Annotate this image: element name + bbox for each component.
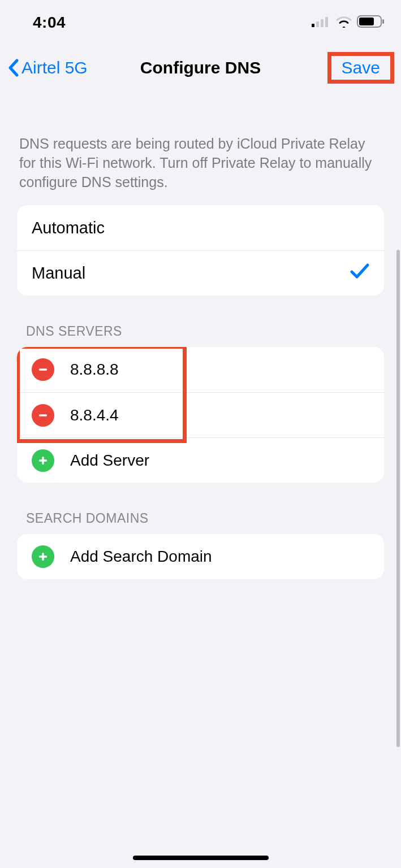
svg-rect-2 (321, 19, 324, 27)
add-server-row[interactable]: Add Server (17, 437, 384, 483)
mode-automatic-row[interactable]: Automatic (17, 205, 384, 250)
mode-automatic-label: Automatic (32, 219, 369, 237)
checkmark-icon (350, 263, 369, 284)
scroll-indicator[interactable] (396, 250, 400, 747)
svg-rect-7 (39, 369, 47, 371)
battery-icon (357, 15, 385, 31)
add-icon (32, 545, 54, 568)
svg-rect-0 (312, 24, 314, 27)
delete-icon[interactable] (32, 404, 54, 427)
dns-server-row[interactable]: 8.8.4.4 (17, 392, 384, 437)
delete-icon[interactable] (32, 358, 54, 381)
save-button[interactable]: Save (336, 56, 386, 79)
status-bar: 4:04 (0, 0, 401, 35)
add-server-label: Add Server (70, 452, 369, 470)
annotation-save-highlight: Save (327, 52, 394, 84)
dns-servers-group: 8.8.8.8 8.8.4.4 Add Server (17, 347, 384, 483)
chevron-left-icon (7, 58, 20, 77)
mode-manual-label: Manual (32, 264, 350, 283)
add-icon (32, 449, 54, 472)
dns-server-value: 8.8.4.4 (70, 406, 369, 424)
svg-rect-8 (39, 414, 47, 416)
search-domains-group: Add Search Domain (17, 534, 384, 579)
dns-servers-header: DNS SERVERS (0, 296, 401, 347)
svg-rect-3 (325, 17, 328, 27)
dns-server-row[interactable]: 8.8.8.8 (17, 347, 384, 392)
add-search-domain-row[interactable]: Add Search Domain (17, 534, 384, 579)
dns-server-value: 8.8.8.8 (70, 361, 369, 379)
status-time: 4:04 (16, 14, 66, 32)
cellular-signal-icon (312, 16, 331, 29)
svg-rect-12 (39, 556, 47, 558)
add-search-domain-label: Add Search Domain (70, 548, 369, 566)
back-button[interactable]: Airtel 5G (7, 58, 88, 77)
status-icons (312, 15, 385, 31)
dns-mode-group: Automatic Manual (17, 205, 384, 296)
home-indicator[interactable] (133, 856, 269, 860)
nav-bar: Airtel 5G Configure DNS Save (0, 35, 401, 94)
svg-rect-5 (359, 18, 374, 25)
wifi-icon (335, 15, 352, 30)
svg-rect-10 (39, 459, 47, 462)
search-domains-header: SEARCH DOMAINS (0, 483, 401, 534)
svg-rect-1 (316, 21, 319, 27)
mode-manual-row[interactable]: Manual (17, 250, 384, 296)
info-text: DNS requests are being routed by iCloud … (0, 94, 401, 205)
back-label: Airtel 5G (21, 58, 88, 77)
svg-rect-6 (382, 19, 384, 24)
